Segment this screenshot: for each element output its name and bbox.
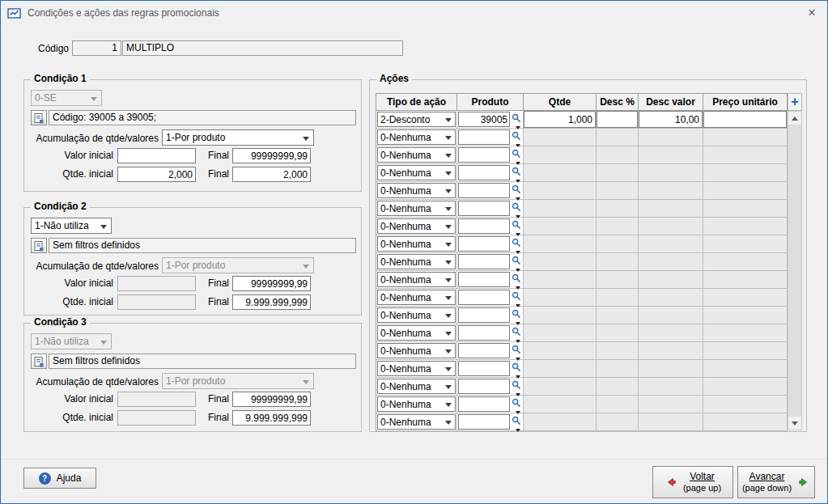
scroll-down-button[interactable] (788, 417, 801, 430)
preco-unitario-cell[interactable] (703, 164, 788, 182)
search-icon[interactable] (512, 416, 521, 426)
condicao-3-filtro-button[interactable] (31, 354, 47, 369)
produto-input[interactable] (458, 129, 510, 145)
desc-pct-cell[interactable] (597, 271, 639, 289)
desc-pct-cell[interactable] (597, 182, 639, 200)
tipo-acao-select[interactable]: 0-Nenhuma (377, 414, 456, 430)
qtde-cell[interactable] (524, 413, 597, 431)
desc-pct-cell[interactable] (597, 342, 639, 360)
search-icon[interactable] (512, 238, 521, 248)
qtde-cell[interactable] (524, 271, 597, 289)
preco-unitario-cell[interactable] (703, 200, 788, 218)
qtde-cell[interactable] (524, 360, 597, 378)
search-icon[interactable] (512, 291, 521, 301)
condicao-1-qtde-inicial-input[interactable] (117, 167, 196, 182)
condicao-1-qtde-final-input[interactable] (232, 167, 311, 182)
tipo-acao-select[interactable]: 0-Nenhuma (377, 254, 456, 269)
codigo-field[interactable]: 1 (72, 40, 121, 56)
desc-valor-cell[interactable] (639, 342, 703, 360)
produto-input[interactable] (458, 254, 510, 269)
desc-valor-cell[interactable] (639, 218, 703, 235)
preco-unitario-cell[interactable] (703, 111, 788, 129)
dropdown-arrow-icon[interactable] (516, 269, 520, 272)
search-icon[interactable] (512, 149, 521, 159)
search-icon[interactable] (512, 184, 521, 194)
desc-valor-cell[interactable] (639, 378, 703, 396)
tipo-acao-select[interactable]: 0-Nenhuma (377, 218, 456, 234)
search-icon[interactable] (512, 327, 521, 337)
scrollbar-thumb[interactable] (788, 125, 801, 417)
desc-pct-cell[interactable] (597, 164, 639, 182)
tipo-acao-select[interactable]: 0-Nenhuma (377, 183, 456, 198)
tipo-acao-select[interactable]: 0-Nenhuma (377, 361, 456, 376)
dropdown-arrow-icon[interactable] (516, 144, 520, 147)
qtde-cell[interactable]: 1,000 (524, 111, 597, 129)
desc-pct-cell[interactable] (597, 360, 639, 378)
dropdown-arrow-icon[interactable] (516, 393, 520, 396)
produto-input[interactable] (458, 307, 510, 323)
desc-valor-cell[interactable] (639, 182, 703, 200)
condicao-3-valor-final-input[interactable] (232, 392, 311, 407)
desc-pct-cell[interactable] (597, 200, 639, 218)
tipo-acao-select[interactable]: 0-Nenhuma (377, 147, 456, 163)
dropdown-arrow-icon[interactable] (516, 411, 520, 414)
tipo-acao-select[interactable]: 2-Desconto (377, 112, 456, 127)
search-icon[interactable] (512, 345, 521, 354)
condicao-1-valor-final-input[interactable] (232, 148, 311, 163)
dropdown-arrow-icon[interactable] (516, 162, 520, 165)
preco-unitario-cell[interactable] (703, 396, 788, 413)
preco-unitario-cell[interactable] (703, 129, 788, 146)
close-icon[interactable]: × (796, 1, 827, 25)
preco-unitario-cell[interactable] (703, 146, 788, 164)
tipo-acao-select[interactable]: 0-Nenhuma (377, 236, 456, 252)
qtde-cell[interactable] (524, 378, 597, 396)
desc-valor-cell[interactable] (639, 164, 703, 182)
search-icon[interactable] (512, 398, 521, 408)
dropdown-arrow-icon[interactable] (516, 233, 520, 236)
search-icon[interactable] (512, 273, 521, 283)
produto-input[interactable] (458, 361, 510, 376)
desc-pct-cell[interactable] (597, 378, 639, 396)
qtde-cell[interactable] (524, 396, 597, 413)
condicao-2-filtro-button[interactable] (31, 238, 47, 253)
desc-pct-cell[interactable] (597, 253, 639, 271)
desc-pct-cell[interactable] (597, 324, 639, 342)
produto-input[interactable] (458, 325, 510, 341)
search-icon[interactable] (512, 113, 521, 123)
produto-input[interactable] (458, 147, 510, 163)
qtde-cell[interactable] (524, 324, 597, 342)
preco-unitario-cell[interactable] (703, 378, 788, 396)
dropdown-arrow-icon[interactable] (516, 251, 520, 254)
condicao-2-qtde-final-input[interactable] (232, 294, 311, 310)
qtde-cell[interactable] (524, 289, 597, 307)
dropdown-arrow-icon[interactable] (516, 429, 520, 432)
desc-valor-cell[interactable] (639, 253, 703, 271)
search-icon[interactable] (512, 380, 521, 390)
qtde-cell[interactable] (524, 146, 597, 164)
desc-pct-cell[interactable] (597, 111, 639, 129)
tipo-acao-select[interactable]: 0-Nenhuma (377, 379, 456, 394)
add-row-button[interactable]: + (788, 93, 802, 111)
qtde-cell[interactable] (524, 218, 597, 235)
produto-input[interactable] (458, 236, 510, 252)
search-icon[interactable] (512, 256, 521, 265)
desc-valor-cell[interactable] (639, 129, 703, 146)
back-button[interactable]: Voltar (page up) (652, 466, 733, 498)
qtde-cell[interactable] (524, 182, 597, 200)
preco-unitario-cell[interactable] (703, 253, 788, 271)
preco-unitario-cell[interactable] (703, 360, 788, 378)
preco-unitario-cell[interactable] (703, 218, 788, 235)
condicao-3-acumulacao-select[interactable]: 1-Por produto (162, 373, 314, 389)
search-icon[interactable] (512, 202, 521, 212)
qtde-cell[interactable] (524, 200, 597, 218)
produto-input[interactable] (458, 379, 510, 394)
dropdown-arrow-icon[interactable] (516, 375, 520, 379)
condicao-2-valor-final-input[interactable] (232, 276, 311, 291)
dropdown-arrow-icon[interactable] (516, 322, 520, 325)
dropdown-arrow-icon[interactable] (516, 358, 520, 361)
produto-input[interactable] (458, 112, 510, 127)
tipo-acao-select[interactable]: 0-Nenhuma (377, 325, 456, 341)
desc-pct-cell[interactable] (597, 218, 639, 235)
search-icon[interactable] (512, 362, 521, 372)
tipo-acao-select[interactable]: 0-Nenhuma (377, 201, 456, 216)
